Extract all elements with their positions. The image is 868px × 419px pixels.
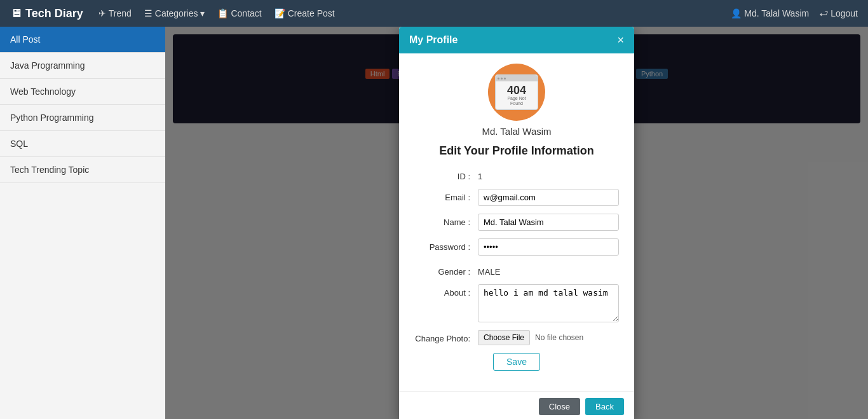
trend-label: Trend [109, 8, 132, 18]
profile-avatar-wrapper: 404 Page NotFound Md. Talal Wasim [414, 64, 619, 137]
modal-header: My Profile × [399, 27, 634, 53]
navbar: 🖥 Tech Diary ✈ Trend ☰ Categories ▾ 📋 Co… [0, 0, 868, 27]
nav-trend[interactable]: ✈ Trend [98, 8, 132, 18]
avatar-circle: 404 Page NotFound [488, 64, 545, 121]
user-icon: 👤 [731, 8, 742, 18]
username-label: Md. Talal Wasim [744, 8, 809, 18]
password-label: Password : [414, 238, 478, 252]
profile-modal: My Profile × 404 [399, 27, 634, 419]
categories-icon: ☰ [144, 8, 153, 18]
trend-icon: ✈ [98, 8, 106, 18]
sidebar-item-java[interactable]: Java Programming [0, 53, 165, 79]
name-field[interactable] [478, 214, 619, 231]
create-post-label: Create Post [288, 8, 335, 18]
modal-close-button[interactable]: × [617, 34, 624, 46]
form-row-id: ID : 1 [414, 168, 619, 181]
avatar-404-content: 404 Page NotFound [507, 85, 526, 107]
navbar-right: 👤 Md. Talal Wasim ⮐ Logout [731, 8, 858, 18]
password-field[interactable] [478, 238, 619, 256]
modal-title: My Profile [409, 34, 458, 46]
gender-label: Gender : [414, 263, 478, 277]
about-field[interactable]: hello i am md talal wasim [478, 284, 619, 322]
browser-dot-2 [501, 78, 503, 79]
nav-create-post[interactable]: 📝 Create Post [275, 8, 335, 18]
modal-body: 404 Page NotFound Md. Talal Wasim Edit Y… [399, 53, 634, 391]
email-label: Email : [414, 189, 478, 202]
main-layout: All Post Java Programming Web Technology… [0, 27, 868, 419]
gender-value: MALE [478, 263, 619, 277]
categories-label: Categories [155, 8, 198, 18]
browser-bar [496, 75, 538, 81]
sidebar-item-web-tech[interactable]: Web Technology [0, 79, 165, 105]
form-row-gender: Gender : MALE [414, 263, 619, 277]
contact-label: Contact [231, 8, 261, 18]
sidebar-item-sql[interactable]: SQL [0, 131, 165, 157]
nav-categories[interactable]: ☰ Categories ▾ [144, 8, 205, 18]
change-photo-label: Change Photo: [414, 330, 478, 343]
avatar-inner: 404 Page NotFound [495, 74, 538, 110]
brand-name: Tech Diary [25, 7, 83, 20]
create-post-icon: 📝 [275, 8, 285, 18]
modal-footer: Close Back [399, 391, 634, 419]
form-row-photo: Change Photo: Choose File No file chosen [414, 330, 619, 345]
save-row: Save [414, 353, 619, 371]
browser-dot-3 [504, 78, 506, 79]
sidebar-item-all-post[interactable]: All Post [0, 27, 165, 53]
dropdown-icon: ▾ [200, 8, 205, 18]
contact-icon: 📋 [217, 8, 228, 18]
form-row-about: About : hello i am md talal wasim [414, 284, 619, 322]
logout-button[interactable]: ⮐ Logout [819, 8, 858, 18]
monitor-icon: 🖥 [10, 7, 22, 20]
profile-display-name: Md. Talal Wasim [482, 126, 551, 137]
file-wrapper: Choose File No file chosen [478, 330, 619, 345]
name-label: Name : [414, 214, 478, 227]
nav-contact[interactable]: 📋 Contact [217, 8, 261, 18]
logout-label: Logout [831, 8, 858, 18]
back-button[interactable]: Back [585, 398, 624, 415]
error-page-not-found: Page NotFound [507, 96, 526, 107]
close-footer-button[interactable]: Close [539, 398, 580, 415]
nav-links: ✈ Trend ☰ Categories ▾ 📋 Contact 📝 Creat… [98, 8, 731, 18]
browser-dot-1 [498, 78, 499, 79]
form-title: Edit Your Profile Information [414, 144, 619, 158]
form-row-name: Name : [414, 214, 619, 231]
choose-file-button[interactable]: Choose File [478, 330, 530, 345]
logout-icon: ⮐ [819, 8, 828, 18]
sidebar-item-tech-trending[interactable]: Tech Trending Topic [0, 157, 165, 183]
form-row-password: Password : [414, 238, 619, 256]
user-info[interactable]: 👤 Md. Talal Wasim [731, 8, 809, 18]
sidebar-item-python[interactable]: Python Programming [0, 105, 165, 131]
no-file-label: No file chosen [535, 333, 583, 342]
about-label: About : [414, 284, 478, 298]
sidebar: All Post Java Programming Web Technology… [0, 27, 165, 419]
save-button[interactable]: Save [493, 353, 540, 371]
email-field[interactable] [478, 189, 619, 206]
id-value: 1 [478, 168, 619, 181]
error-404-text: 404 [507, 85, 526, 96]
id-label: ID : [414, 168, 478, 181]
brand-link[interactable]: 🖥 Tech Diary [10, 7, 83, 20]
form-row-email: Email : [414, 189, 619, 206]
content-area: Full Stack Web Developer Front-end Techn… [165, 27, 868, 419]
